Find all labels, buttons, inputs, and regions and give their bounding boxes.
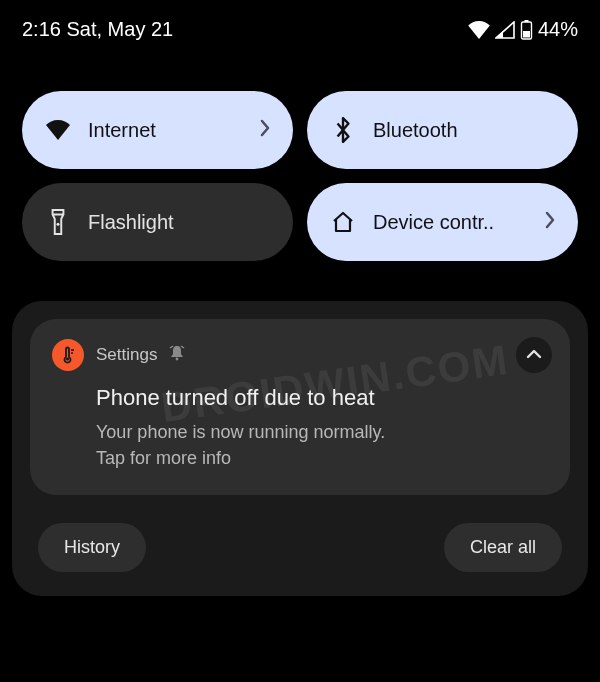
- notification-card[interactable]: Settings Phone turned off due to heat Yo…: [30, 319, 570, 495]
- qs-tile-flashlight[interactable]: Flashlight: [22, 183, 293, 261]
- svg-point-4: [66, 357, 69, 360]
- signal-icon: [495, 21, 515, 39]
- svg-point-3: [56, 223, 59, 226]
- thermometer-icon: [52, 339, 84, 371]
- chevron-right-icon: [544, 211, 556, 234]
- history-button[interactable]: History: [38, 523, 146, 572]
- notification-title: Phone turned off due to heat: [96, 385, 548, 411]
- shade-actions: History Clear all: [12, 495, 588, 572]
- notification-shade: Settings Phone turned off due to heat Yo…: [12, 301, 588, 596]
- svg-line-9: [181, 346, 184, 348]
- qs-tile-label: Flashlight: [88, 211, 271, 234]
- notification-header: Settings: [52, 339, 548, 371]
- notification-app-name: Settings: [96, 345, 157, 365]
- wifi-icon: [44, 120, 72, 140]
- chevron-up-icon: [525, 346, 543, 364]
- notification-text-line: Your phone is now running normally.: [96, 419, 548, 445]
- qs-tile-label: Device contr..: [373, 211, 536, 234]
- notification-body: Phone turned off due to heat Your phone …: [52, 385, 548, 471]
- flashlight-icon: [44, 209, 72, 235]
- qs-tile-bluetooth[interactable]: Bluetooth: [307, 91, 578, 169]
- quick-settings-grid: Internet Bluetooth Flashlight Device con…: [0, 51, 600, 261]
- clear-all-button[interactable]: Clear all: [444, 523, 562, 572]
- qs-tile-internet[interactable]: Internet: [22, 91, 293, 169]
- battery-percent: 44%: [538, 18, 578, 41]
- collapse-button[interactable]: [516, 337, 552, 373]
- svg-line-8: [170, 346, 173, 348]
- qs-tile-label: Bluetooth: [373, 119, 556, 142]
- status-icons: 44%: [468, 18, 578, 41]
- chevron-right-icon: [259, 119, 271, 142]
- bell-icon: [169, 345, 185, 365]
- home-icon: [329, 211, 357, 233]
- status-bar: 2:16 Sat, May 21 44%: [0, 0, 600, 51]
- svg-rect-2: [523, 31, 530, 38]
- svg-point-7: [176, 358, 179, 361]
- notification-text-line: Tap for more info: [96, 445, 548, 471]
- wifi-icon: [468, 21, 490, 39]
- battery-icon: [520, 20, 533, 40]
- bluetooth-icon: [329, 117, 357, 143]
- qs-tile-device-controls[interactable]: Device contr..: [307, 183, 578, 261]
- status-time-date: 2:16 Sat, May 21: [22, 18, 173, 41]
- qs-tile-label: Internet: [88, 119, 251, 142]
